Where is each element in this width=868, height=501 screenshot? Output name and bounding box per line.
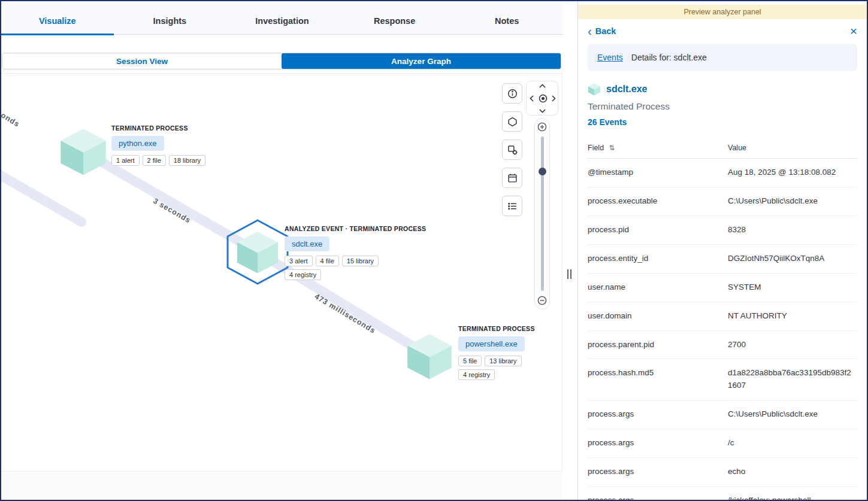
field-name: process.args [588, 437, 728, 450]
sort-icon[interactable]: ⇅ [609, 144, 615, 152]
chevron-left-icon: ‹ [588, 27, 592, 35]
process-node-labels: ANALYZED EVENT · TERMINATED PROCESS sdcl… [285, 225, 426, 280]
process-name-pill[interactable]: powershell.exe [458, 336, 525, 351]
field-value: /kickoffelev; powershell [728, 494, 857, 500]
list-icon [507, 201, 518, 211]
analyzer-graph-toggle[interactable]: Analyzer Graph [282, 53, 561, 69]
badge: 1 alert [111, 155, 140, 166]
field-name: process.hash.md5 [588, 367, 728, 392]
zoom-control [534, 118, 550, 309]
visualize-section: Visualize Insights Investigation Respons… [1, 1, 563, 500]
tab-response[interactable]: Response [338, 7, 451, 35]
tab-notes[interactable]: Notes [450, 7, 563, 35]
panel-header: ‹ Back × [578, 19, 867, 41]
date-picker-button[interactable] [502, 168, 522, 188]
graph-toolbar [502, 83, 522, 216]
preview-banner: Preview analyzer panel [578, 5, 867, 19]
tab-visualize[interactable]: Visualize [1, 7, 114, 35]
cube-icon [59, 127, 108, 176]
panel-gutter [563, 1, 577, 500]
chevron-left-icon[interactable] [529, 95, 534, 102]
table-row: process.argsC:\Users\Public\sdclt.exe [588, 400, 857, 429]
tab-investigation[interactable]: Investigation [226, 7, 338, 35]
schema-button[interactable] [502, 111, 522, 132]
info-button[interactable] [502, 83, 522, 104]
canvas-footer-area [1, 472, 562, 500]
process-node-python[interactable] [59, 127, 108, 178]
table-row: process.args/c [588, 429, 857, 458]
field-value: C:\Users\Public\sdclt.exe [728, 408, 857, 421]
node-settings-button[interactable] [502, 139, 522, 160]
events-count-link[interactable]: 26 Events [588, 117, 857, 127]
center-camera-icon[interactable] [537, 93, 549, 104]
table-row: process.executableC:\Users\Public\sdclt.… [588, 187, 857, 216]
table-row: process.pid8328 [588, 216, 857, 245]
zoom-slider-thumb[interactable] [539, 168, 546, 175]
badge: 4 registry [285, 269, 321, 280]
plus-circle-icon [537, 122, 547, 132]
chevron-right-icon[interactable] [551, 95, 557, 102]
badge: 4 file [316, 256, 339, 266]
breadcrumb-events-link[interactable]: Events [597, 53, 623, 62]
tab-bar: Visualize Insights Investigation Respons… [1, 7, 563, 35]
entity-name-link[interactable]: sdclt.exe [606, 84, 647, 95]
field-table-body: @timestampAug 18, 2025 @ 13:18:08.082pro… [588, 159, 857, 500]
field-value: NT AUTHORITY [728, 310, 857, 323]
field-name: process.pid [588, 224, 728, 236]
field-name: process.args [588, 408, 728, 421]
tab-header: Visualize Insights Investigation Respons… [1, 1, 563, 35]
chevron-down-icon[interactable] [539, 108, 546, 114]
hexagon-icon [507, 117, 518, 127]
minus-circle-icon [537, 296, 547, 305]
field-table-header: Field ⇅ Value [588, 141, 857, 159]
process-badges: 3 alert4 file15 library4 registry [285, 256, 382, 280]
field-name: process.args [588, 466, 728, 478]
badge: 5 file [458, 356, 482, 366]
camera-pad [526, 81, 558, 116]
field-value: C:\Users\Public\sdclt.exe [728, 195, 857, 208]
process-node-sdclt[interactable] [235, 230, 280, 277]
table-row: user.nameSYSTEM [588, 274, 857, 302]
chevron-up-icon[interactable] [539, 83, 546, 89]
session-view-toggle[interactable]: Session View [2, 53, 282, 69]
table-row: process.hash.md5d1a8228a8bba76ac33195db9… [588, 359, 857, 400]
node-list-button[interactable] [502, 196, 522, 216]
security-analyzer-window: Visualize Insights Investigation Respons… [0, 0, 868, 501]
process-name-pill[interactable]: python.exe [111, 136, 164, 151]
field-name: process.parent.pid [588, 339, 728, 351]
analyzer-graph-canvas[interactable]: seconds 3 seconds 473 milliseconds TERMI… [1, 73, 562, 472]
cube-icon [235, 230, 280, 274]
process-node-powershell[interactable] [406, 332, 453, 382]
field-value: /c [728, 437, 857, 450]
process-node-labels: TERMINATED PROCESS powershell.exe 5 file… [458, 325, 535, 380]
process-name-pill[interactable]: sdclt.exe [285, 236, 329, 251]
process-type-label: TERMINATED PROCESS [458, 325, 535, 332]
process-type-label: TERMINATED PROCESS [111, 125, 205, 132]
breadcrumb: Events Details for: sdclt.exe [588, 44, 857, 71]
panel-resize-handle[interactable] [567, 269, 573, 279]
zoom-slider-track[interactable] [541, 136, 544, 291]
table-row: process.entity_idDGZIotNh57QiilKOxTqn8A [588, 245, 857, 274]
entity-title-block: sdclt.exe Terminated Process 26 Events [578, 71, 867, 127]
tab-insights[interactable]: Insights [114, 7, 226, 35]
field-value: d1a8228a8bba76ac33195db983f21607 [728, 367, 857, 392]
zoom-out-button[interactable] [537, 296, 547, 305]
cube-icon [588, 83, 601, 96]
field-value: Aug 18, 2025 @ 13:18:08.082 [728, 166, 857, 179]
process-badges: 5 file13 library4 registry [458, 356, 535, 380]
badge: 2 file [143, 155, 166, 166]
table-row: @timestampAug 18, 2025 @ 13:18:08.082 [588, 159, 857, 187]
field-table: Field ⇅ Value @timestampAug 18, 2025 @ 1… [588, 141, 857, 500]
view-toggle: Session View Analyzer Graph [2, 53, 561, 69]
close-panel-button[interactable]: × [850, 25, 857, 37]
process-node-labels: TERMINATED PROCESS python.exe 1 alert2 f… [111, 125, 205, 166]
breadcrumb-details: Details for: sdclt.exe [631, 53, 707, 62]
field-column-header: Field [588, 144, 604, 152]
node-settings-icon [507, 145, 518, 155]
table-row: process.argsecho [588, 458, 857, 487]
field-name: @timestamp [588, 166, 728, 179]
zoom-in-button[interactable] [537, 122, 547, 132]
badge: 13 library [485, 356, 521, 366]
back-button[interactable]: ‹ Back [588, 26, 616, 36]
back-label: Back [595, 26, 616, 36]
